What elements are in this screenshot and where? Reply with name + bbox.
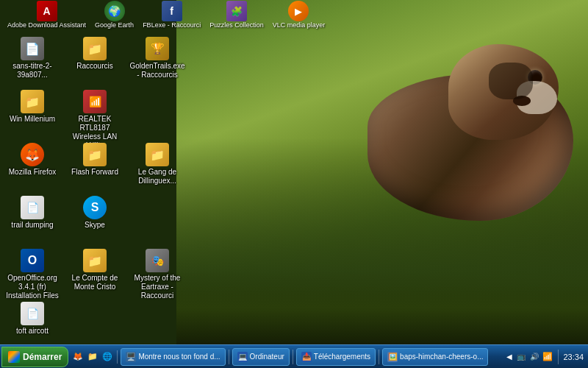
icon-comte-monte[interactable]: 📁 Le Compte de Monte Cristo [65,246,124,299]
taskbar-item-montre[interactable]: 🖥️ Montre nous ton fond d... [121,348,225,366]
icon-firefox[interactable]: 🦊 Mozilla Firefox [3,140,62,193]
top-app-adobe-label: Adobe Download Assistant [7,21,86,29]
icon-openoffice-install[interactable]: O OpenOffice.org 3.4.1 (fr) Installation… [3,246,62,299]
desktop: A Adobe Download Assistant 🌍 Google Eart… [0,0,588,344]
vlc-icon: ▶ [288,1,309,21]
icon-skype-label: Skype [85,221,105,230]
taskbar-item-telechargements[interactable]: 📥 Téléchargements [296,348,376,366]
taskbar-ordinateur-label: Ordinateur [250,353,284,361]
icon-openoffice-install-label: OpenOffice.org 3.4.1 (fr) Installation F… [4,274,60,300]
gang-dill-icon: 📁 [146,143,169,166]
icon-flash-forward[interactable]: 📁 Flash Forward [65,140,124,193]
adobe-icon: A [37,1,57,21]
icon-trail-dumping-label: trail dumping [11,221,53,230]
icon-skype[interactable]: S Skype [65,193,124,246]
icon-firefox-label: Mozilla Firefox [9,168,56,177]
icon-raccourcis-label: Raccourcis [76,62,112,71]
taskbar-telechargements-label: Téléchargements [314,353,370,361]
systray: 📺 🔊 📶 [515,351,553,363]
taskbar-telechargements-icon: 📥 [301,352,312,362]
taskbar: Démarrer 🦊 📁 🌐 🖥️ Montre nous ton fond d… [0,344,588,368]
realtek-icon: 📶 [83,90,107,113]
icon-gang-dill-label: Le Gang de Dillinguex... [129,168,185,185]
taskbar-baps-label: baps-himchan-cheers-o... [400,353,483,361]
taskbar-item-ordinateur[interactable]: 💻 Ordinateur [232,348,290,366]
taskbar-baps-icon: 🖼️ [387,352,398,362]
trail-dumping-icon: 📄 [21,196,44,219]
raccourcis-icon: 📁 [83,37,107,60]
taskbar-montre-label: Montre nous ton fond d... [138,353,220,361]
icon-flash-forward-label: Flash Forward [71,168,118,177]
top-app-bar: A Adobe Download Assistant 🌍 Google Eart… [0,0,588,29]
quick-folder[interactable]: 📁 [86,350,99,364]
top-app-fb-label: FBLexe - Raccourci [143,21,201,29]
top-app-vlc-label: VLC media player [273,21,326,29]
taskbar-divider-3 [379,350,379,364]
desktop-wallpaper [176,0,588,344]
taskbar-divider-1 [229,350,229,364]
fb-icon: f [162,1,182,21]
top-app-earth-label: Google Earth [95,21,134,29]
firefox-icon: 🦊 [21,143,44,166]
taskbar-clock-divider [558,350,559,364]
network-icon[interactable]: 📶 [542,351,553,363]
icon-gang-dill[interactable]: 📁 Le Gang de Dillinguex... [128,140,187,193]
openoffice-install-icon: O [21,249,44,272]
taskbar-divider-2 [293,350,293,364]
icon-sans-titre-label: sans-titre-2-39a807... [4,62,60,79]
comte-monte-icon: 📁 [83,249,107,272]
icon-mystery[interactable]: 🎭 Mystery of the Eartraxe - Raccourci [128,246,187,299]
taskbar-clock: 23:34 [563,353,584,361]
start-label: Démarrer [23,352,62,362]
google-earth-icon: 🌍 [104,1,125,21]
quick-chrome[interactable]: 🌐 [101,350,114,364]
top-app-puzzles-label: Puzzles Collection [209,21,264,29]
icon-realtek[interactable]: 📶 REALTEK RTL8187 Wireless LAN Utility [65,87,124,140]
icon-sans-titre[interactable]: 📄 sans-titre-2-39a807... [3,34,62,87]
icon-win-millenium-label: Win Millenium [10,115,55,124]
taskbar-items: 🖥️ Montre nous ton fond d... 💻 Ordinateu… [118,345,502,368]
icon-mystery-label: Mystery of the Eartraxe - Raccourci [129,274,185,300]
win-millenium-icon: 📁 [21,90,44,113]
top-app-earth[interactable]: 🌍 Google Earth [90,0,138,30]
icon-trail-dumping[interactable]: 📄 trail dumping [3,193,62,246]
icon-raccourcis[interactable]: 📁 Raccourcis [65,34,124,87]
icon-toft[interactable]: 📄 toft aircott [3,299,62,344]
systray-icon-1[interactable]: 📺 [515,351,527,363]
taskbar-item-baps[interactable]: 🖼️ baps-himchan-cheers-o... [382,348,488,366]
quick-firefox[interactable]: 🦊 [71,350,85,364]
sans-titre-icon: 📄 [21,37,44,60]
quick-launch: 🦊 📁 🌐 [68,350,118,364]
start-button[interactable]: Démarrer [1,347,68,367]
icon-golden-trails[interactable]: 🏆 GoldenTrails.exe - Raccourcis [128,34,187,87]
icon-win-millenium[interactable]: 📁 Win Millenium [3,87,62,140]
notification-arrow[interactable]: ◀ [506,353,512,361]
icon-golden-trails-label: GoldenTrails.exe - Raccourcis [129,62,185,79]
toft-icon: 📄 [21,302,44,325]
desktop-icon-grid: 📄 sans-titre-2-39a807... 📁 Raccourcis 🏆 … [0,31,191,344]
icon-toft-label: toft aircott [16,327,49,336]
top-app-fb[interactable]: f FBLexe - Raccourci [138,0,205,30]
flash-forward-icon: 📁 [83,143,107,166]
top-app-adobe[interactable]: A Adobe Download Assistant [3,0,90,30]
golden-trails-icon: 🏆 [146,37,169,60]
taskbar-ordinateur-icon: 💻 [237,352,248,362]
taskbar-montre-icon: 🖥️ [126,352,136,362]
mystery-icon: 🎭 [146,249,169,272]
icon-comte-monte-label: Le Compte de Monte Cristo [67,274,123,291]
systray-icon-2[interactable]: 🔊 [528,351,540,363]
puzzles-icon: 🧩 [226,1,247,21]
top-app-puzzles[interactable]: 🧩 Puzzles Collection [205,0,268,30]
skype-icon: S [83,196,107,219]
top-app-vlc[interactable]: ▶ VLC media player [268,0,330,30]
start-icon [8,351,20,363]
taskbar-right: ◀ 📺 🔊 📶 23:34 [502,350,588,364]
